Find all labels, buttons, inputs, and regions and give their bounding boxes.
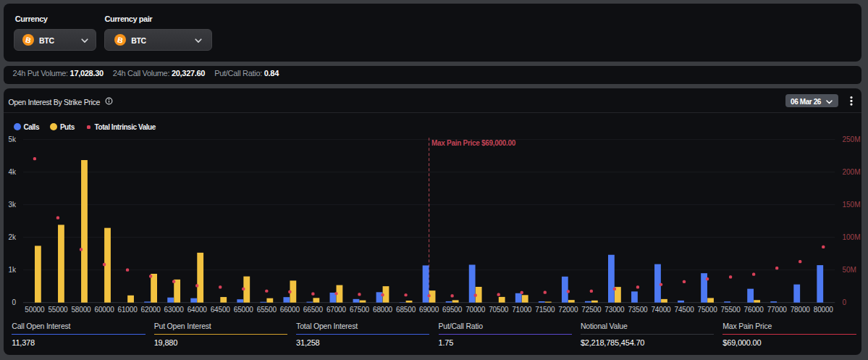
svg-text:69500: 69500 <box>442 306 463 314</box>
svg-text:62000: 62000 <box>141 306 161 314</box>
svg-text:69000: 69000 <box>419 306 439 314</box>
svg-text:74500: 74500 <box>674 306 694 314</box>
svg-text:70000: 70000 <box>465 306 486 314</box>
svg-text:4k: 4k <box>8 168 17 176</box>
svg-text:250M: 250M <box>843 135 861 143</box>
svg-text:65500: 65500 <box>257 306 277 314</box>
svg-text:68500: 68500 <box>396 306 416 314</box>
svg-text:63000: 63000 <box>164 306 185 314</box>
svg-text:75000: 75000 <box>698 306 718 314</box>
svg-text:64000: 64000 <box>187 306 208 314</box>
svg-text:72500: 72500 <box>581 306 602 314</box>
svg-text:70500: 70500 <box>489 306 509 314</box>
svg-text:66500: 66500 <box>303 306 324 314</box>
svg-text:76000: 76000 <box>744 306 764 314</box>
svg-text:0: 0 <box>843 298 847 306</box>
svg-text:64500: 64500 <box>211 306 231 314</box>
svg-text:73000: 73000 <box>604 306 625 314</box>
svg-text:61000: 61000 <box>118 306 138 314</box>
svg-text:0: 0 <box>12 298 16 306</box>
svg-text:2k: 2k <box>8 233 17 241</box>
svg-text:60000: 60000 <box>94 306 114 314</box>
svg-text:67000: 67000 <box>326 306 347 314</box>
svg-text:67500: 67500 <box>350 306 370 314</box>
svg-text:Max Pain Price $69,000.00: Max Pain Price $69,000.00 <box>431 139 516 147</box>
svg-text:3k: 3k <box>8 201 17 209</box>
svg-text:58000: 58000 <box>71 306 91 314</box>
svg-text:68000: 68000 <box>373 306 393 314</box>
svg-text:72000: 72000 <box>558 306 578 314</box>
svg-text:200M: 200M <box>843 168 861 176</box>
svg-text:71000: 71000 <box>512 306 532 314</box>
svg-text:5k: 5k <box>8 135 17 143</box>
svg-text:78000: 78000 <box>791 306 811 314</box>
svg-text:74000: 74000 <box>651 306 671 314</box>
svg-text:77000: 77000 <box>767 306 788 314</box>
svg-text:55000: 55000 <box>48 306 68 314</box>
svg-text:100M: 100M <box>843 233 861 241</box>
svg-text:71500: 71500 <box>535 306 555 314</box>
svg-text:1k: 1k <box>8 266 17 274</box>
svg-text:50M: 50M <box>843 266 856 274</box>
svg-text:73500: 73500 <box>628 306 648 314</box>
svg-text:66000: 66000 <box>280 306 300 314</box>
svg-text:150M: 150M <box>843 201 861 209</box>
svg-text:50000: 50000 <box>25 306 45 314</box>
svg-text:75500: 75500 <box>721 306 741 314</box>
svg-text:80000: 80000 <box>814 306 834 314</box>
svg-text:65000: 65000 <box>234 306 254 314</box>
